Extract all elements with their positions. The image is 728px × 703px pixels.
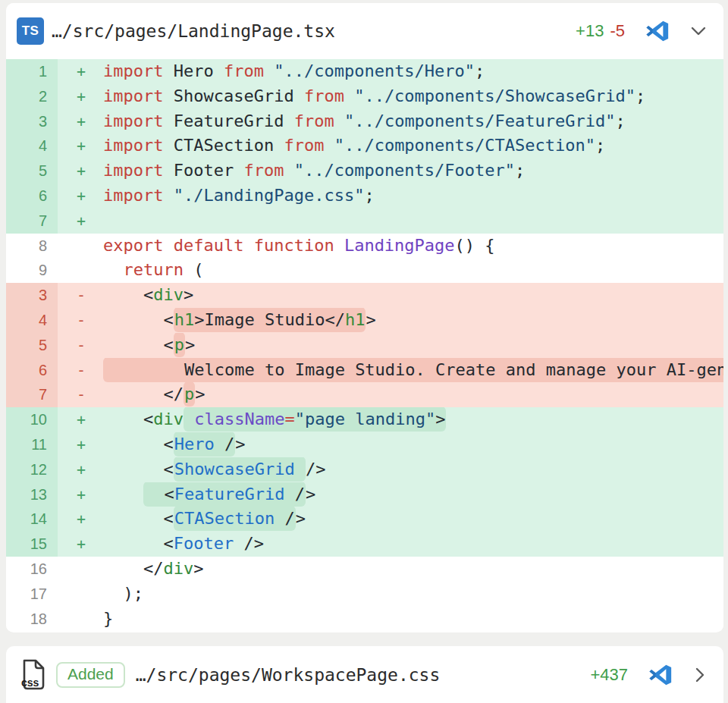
diff-line: 3+import FeatureGrid from "../components… [6, 109, 723, 134]
code-text: <Hero /> [91, 432, 723, 457]
code-text: import CTASection from "../components/CT… [91, 133, 723, 158]
line-number: 7 [6, 382, 58, 407]
diff-marker: + [58, 133, 91, 158]
diff-file-header[interactable]: TS …/src/pages/LandingPage.tsx +13-5 [6, 3, 723, 59]
page: { "header": { "file_badge": "TS", "title… [0, 0, 728, 703]
code-text: <FeatureGrid /> [91, 482, 723, 507]
diff-stats: +13-5 [576, 21, 625, 41]
word-diff-highlight: p [184, 382, 195, 406]
code-text: export default function LandingPage() { [91, 234, 723, 259]
diff-line: 16 </div> [6, 557, 723, 582]
code-text: <h1>Image Studio</h1> [91, 308, 723, 333]
diff-marker: + [58, 59, 91, 84]
line-number: 12 [6, 457, 58, 482]
line-number: 9 [6, 258, 58, 283]
word-diff-highlight: h1>Image Studio</h1 [174, 308, 366, 332]
diff-line: 5+import Footer from "../components/Foot… [6, 158, 723, 184]
diff-marker [58, 234, 91, 259]
line-number: 16 [6, 557, 58, 582]
diff-marker: + [58, 457, 91, 482]
code-text: import ShowcaseGrid from "../components/… [91, 84, 723, 109]
svg-text:css: css [21, 676, 39, 689]
diff-file-path: …/src/pages/LandingPage.tsx [52, 21, 335, 41]
code-text: import FeatureGrid from "../components/F… [91, 109, 723, 134]
file-row[interactable]: css Added …/src/pages/WorkspacePage.css … [6, 657, 723, 693]
diff-line: 7+ [6, 209, 723, 234]
file-stats: +437 [590, 665, 628, 685]
word-diff-highlight: ShowcaseGrid [174, 457, 306, 482]
diff-line: 15+ <Footer /> [6, 532, 723, 557]
diff-line: 9 return ( [6, 258, 723, 283]
status-badge: Added [56, 662, 125, 688]
line-number: 15 [6, 532, 58, 557]
diff-line: 3- <div> [6, 283, 723, 308]
line-number: 10 [6, 407, 58, 432]
diff-line: 7- </p> [6, 382, 723, 407]
deletions-count: -5 [610, 21, 625, 40]
diff-line: 5- <p> [6, 333, 723, 358]
code-text: Welcome to Image Studio. Create and mana… [91, 358, 723, 383]
code-text: <div className="page landing"> [91, 407, 723, 432]
typescript-file-icon: TS [17, 17, 44, 45]
diff-line: 12+ <ShowcaseGrid /> [6, 457, 723, 482]
line-number: 18 [6, 607, 58, 632]
diff-marker: + [58, 507, 91, 532]
collapse-button[interactable] [689, 24, 708, 39]
additions-count: +13 [576, 21, 604, 40]
diff-marker: + [58, 184, 91, 209]
vscode-icon[interactable] [645, 18, 670, 44]
code-text: return ( [91, 258, 723, 283]
line-number: 13 [6, 482, 58, 507]
line-number: 14 [6, 507, 58, 532]
diff-line: 2+import ShowcaseGrid from "../component… [6, 84, 723, 109]
diff-marker: + [58, 407, 91, 432]
diff-line: 17 ); [6, 582, 723, 607]
diff-line: 8export default function LandingPage() { [6, 234, 723, 259]
code-text: ); [91, 582, 723, 607]
word-diff-highlight: Welcome to Image Studio. Create and mana… [103, 358, 723, 382]
diff-marker: - [58, 382, 91, 407]
file-row-card: css Added …/src/pages/WorkspacePage.css … [6, 646, 723, 703]
code-text: import "./LandingPage.css"; [91, 184, 723, 209]
line-number: 4 [6, 133, 58, 158]
code-text [91, 209, 723, 234]
diff-code-area: 1+import Hero from "../components/Hero";… [6, 59, 723, 631]
chevron-down-icon [689, 24, 708, 39]
diff-marker: + [58, 109, 91, 134]
word-diff-highlight: Hero / [174, 432, 235, 457]
diff-line: 6+import "./LandingPage.css"; [6, 184, 723, 209]
vscode-icon[interactable] [648, 662, 673, 688]
diff-marker: + [58, 532, 91, 557]
code-text: <ShowcaseGrid /> [91, 457, 723, 482]
code-text: import Hero from "../components/Hero"; [91, 59, 723, 84]
code-text: <CTASection /> [91, 507, 723, 532]
line-number: 6 [6, 184, 58, 209]
diff-line: 4- <h1>Image Studio</h1> [6, 308, 723, 333]
diff-marker: - [58, 333, 91, 358]
diff-line: 11+ <Hero /> [6, 432, 723, 457]
line-number: 4 [6, 308, 58, 333]
code-text: import Footer from "../components/Footer… [91, 158, 723, 184]
expand-button[interactable] [692, 665, 708, 685]
diff-marker: + [58, 84, 91, 109]
word-diff-highlight: CTASection / [174, 507, 296, 531]
line-number: 5 [6, 158, 58, 184]
word-diff-highlight: className="page landing"> [184, 407, 446, 432]
line-number: 8 [6, 234, 58, 259]
file-path: …/src/pages/WorkspacePage.css [136, 665, 441, 685]
code-text: </p> [91, 382, 723, 407]
line-number: 2 [6, 84, 58, 109]
code-text: <Footer /> [91, 532, 723, 557]
diff-line: 13+ <FeatureGrid /> [6, 482, 723, 507]
diff-marker [58, 557, 91, 582]
diff-card: TS …/src/pages/LandingPage.tsx +13-5 1+i… [6, 3, 723, 632]
diff-marker: - [58, 308, 91, 333]
chevron-right-icon [692, 665, 708, 685]
line-number: 1 [6, 59, 58, 84]
code-text: <p> [91, 333, 723, 358]
diff-line: 1+import Hero from "../components/Hero"; [6, 59, 723, 84]
line-number: 3 [6, 283, 58, 308]
line-number: 17 [6, 582, 58, 607]
word-diff-highlight: <FeatureGrid / [143, 482, 306, 507]
diff-marker: + [58, 209, 91, 234]
